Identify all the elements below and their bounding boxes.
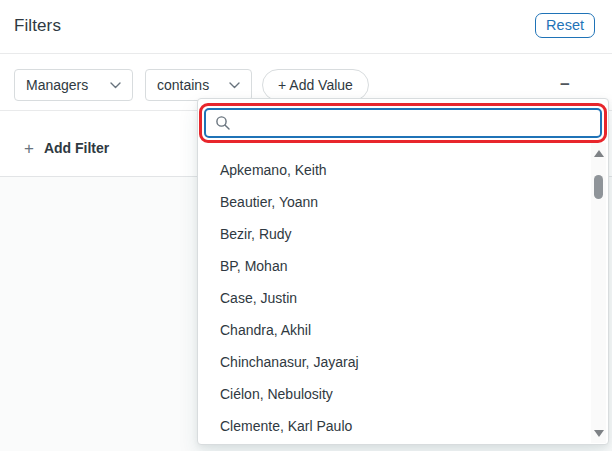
filter-field-select[interactable]: Managers [14,69,133,101]
filter-operator-value: contains [157,77,209,93]
scroll-down-button[interactable] [591,425,606,441]
header-divider [0,53,612,54]
values-option-list: Apkemano, Keith Beautier, Yoann Bezir, R… [198,154,592,442]
search-field-wrap [204,108,602,138]
list-item[interactable]: Chandra, Akhil [198,314,592,346]
list-item[interactable]: Ciélon, Nebulosity [198,378,592,410]
filter-operator-select[interactable]: contains [145,69,252,101]
add-filter-label: Add Filter [44,140,109,156]
search-input[interactable] [204,108,602,138]
chevron-down-icon [229,82,240,89]
scrollbar-thumb[interactable] [594,175,603,199]
page-title: Filters [14,16,61,36]
list-item[interactable]: Case, Justin [198,282,592,314]
scroll-up-button[interactable] [591,145,606,161]
scroll-up-arrow-icon [594,150,604,157]
list-item[interactable]: Apkemano, Keith [198,154,592,186]
list-item[interactable]: Bezir, Rudy [198,218,592,250]
chevron-down-icon [110,82,121,89]
list-item[interactable]: BP, Mohan [198,250,592,282]
reset-button[interactable]: Reset [535,13,595,38]
dropdown-scrollbar[interactable] [591,143,606,443]
list-item[interactable]: Clemente, Karl Paulo [198,410,592,442]
remove-filter-button[interactable]: − [550,71,580,99]
minus-icon: − [560,75,570,95]
list-item[interactable]: Beautier, Yoann [198,186,592,218]
list-item[interactable]: Chinchanasur, Jayaraj [198,346,592,378]
add-value-button[interactable]: + Add Value [262,69,369,101]
scroll-down-arrow-icon [594,430,604,437]
values-dropdown-panel: Apkemano, Keith Beautier, Yoann Bezir, R… [197,98,609,445]
filter-field-value: Managers [26,77,88,93]
plus-icon: + [24,140,34,157]
add-filter-button[interactable]: + Add Filter [24,136,109,160]
